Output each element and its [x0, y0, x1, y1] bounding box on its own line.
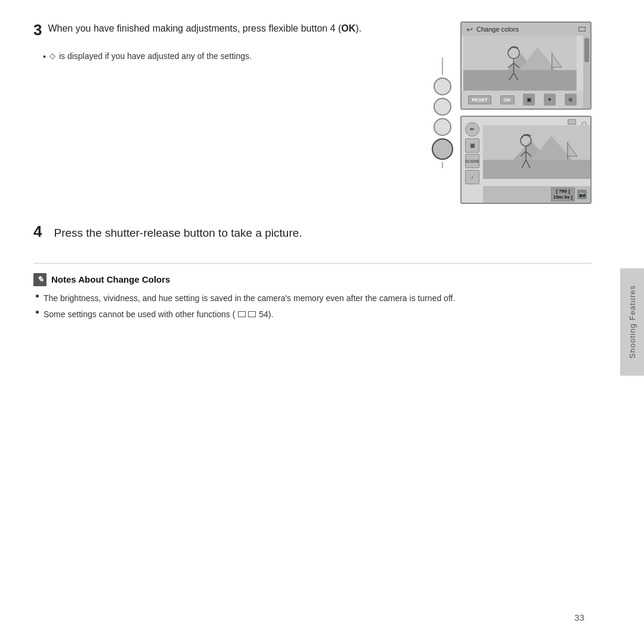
side-tab: Shooting Features: [620, 268, 644, 376]
bullet-symbol: •: [43, 51, 46, 63]
screen-icon-3: ⊕: [565, 94, 577, 106]
notes-bullet-2-dot: [36, 311, 39, 314]
bottom-left-icons: ✏ ▣ SCENE ♪: [464, 122, 481, 185]
page-ref-icon: [237, 311, 256, 317]
screen-icon-1: ▣: [523, 94, 535, 106]
step-3-text-block: 3 When you have finished making adjustme…: [33, 21, 407, 63]
top-screen-footer: RESET OK ▣ ✦ ⊕: [462, 91, 583, 109]
top-screen: ↩ Change colors: [460, 21, 592, 110]
step-3-ok-bold: OK: [341, 23, 355, 33]
notes-bullet-2: Some settings cannot be used with other …: [36, 308, 592, 321]
page-content: 3 When you have finished making adjustme…: [0, 0, 620, 644]
top-screen-scrollbar: [583, 36, 590, 109]
top-screen-inner: ↩ Change colors: [462, 23, 590, 109]
bottom-screen-footer: [ 780 ] 15m 0s ] 📷: [483, 186, 590, 203]
bottom-icon-scene: SCENE: [465, 154, 479, 168]
top-screen-corner-icon: [578, 27, 586, 32]
camera-buttons-col: [432, 21, 453, 204]
bottom-icon-pencil: ✏: [465, 122, 479, 137]
notes-bullet-1-text: The brightness, vividness, and hue setti…: [44, 292, 455, 305]
bottom-icon-grid: ▣: [465, 138, 479, 153]
step-3-bullet-diamond: ◇: [49, 50, 55, 62]
step-4-row: 4 Press the shutter-release button to ta…: [33, 223, 592, 242]
back-arrow-icon: ↩: [466, 25, 473, 34]
cam-btn-3: [434, 118, 451, 136]
screens-stack: ↩ Change colors: [460, 21, 592, 204]
page-number: 33: [574, 612, 584, 623]
counter-line2: 15m 0s ]: [553, 194, 572, 200]
step-4-section: 4 Press the shutter-release button to ta…: [33, 223, 592, 242]
counter-line1: [ 780 ]: [553, 188, 572, 194]
button-rail-bottom: [442, 162, 443, 168]
reset-button[interactable]: RESET: [468, 95, 491, 104]
notes-section: ✎ Notes About Change Colors The brightne…: [33, 263, 592, 321]
notes-bullet-1: The brightness, vividness, and hue setti…: [36, 292, 592, 305]
step-3-bullet-text: is displayed if you have adjusted any of…: [59, 50, 252, 63]
step-3-text-part2: ).: [355, 23, 361, 33]
step-3-bullet: • ◇ is displayed if you have adjusted an…: [43, 50, 407, 63]
svg-rect-3: [463, 70, 577, 91]
step-3-number: 3: [33, 21, 42, 39]
top-screen-image-area: [462, 36, 578, 91]
cam-btn-2: [434, 98, 451, 116]
bottom-screen-inner: ◇ ✏ ▣ SCENE ♪: [462, 117, 590, 203]
notes-bullet-2-text: Some settings cannot be used with other …: [44, 308, 273, 321]
cam-btn-1: [434, 78, 451, 95]
notes-header: ✎ Notes About Change Colors: [33, 273, 592, 286]
camera-diagrams: ↩ Change colors: [432, 21, 592, 204]
cam-btn-4-active: [432, 138, 453, 160]
bottom-screen: ◇ ✏ ▣ SCENE ♪: [460, 116, 592, 204]
notes-icon: ✎: [33, 273, 47, 286]
top-screen-scene-svg: [462, 36, 578, 91]
step-3-instruction: 3 When you have finished making adjustme…: [33, 21, 407, 36]
top-screen-title: Change colors: [476, 26, 519, 33]
step-3-text-part1: When you have finished making adjustment…: [48, 23, 341, 33]
bottom-screen-scene-svg: [483, 119, 590, 185]
button-rail: [442, 57, 443, 75]
step-4-number: 4: [33, 223, 42, 240]
ok-button[interactable]: OK: [500, 95, 515, 104]
bottom-icon-music: ♪: [465, 170, 479, 184]
step-4-instruction: Press the shutter-release button to take…: [54, 225, 302, 242]
notes-bullet-1-dot: [36, 295, 39, 298]
bottom-scene-area: [483, 119, 590, 185]
scrollbar-thumb: [584, 38, 589, 62]
camera-small-icon: 📷: [577, 190, 587, 199]
screen-icon-2: ✦: [544, 94, 556, 106]
side-tab-label: Shooting Features: [628, 285, 637, 358]
notes-title: Notes About Change Colors: [51, 274, 170, 284]
counter-display: [ 780 ] 15m 0s ]: [551, 187, 575, 202]
svg-rect-15: [483, 160, 590, 179]
top-screen-header: ↩ Change colors: [462, 23, 590, 36]
step-3-section: 3 When you have finished making adjustme…: [33, 21, 592, 204]
